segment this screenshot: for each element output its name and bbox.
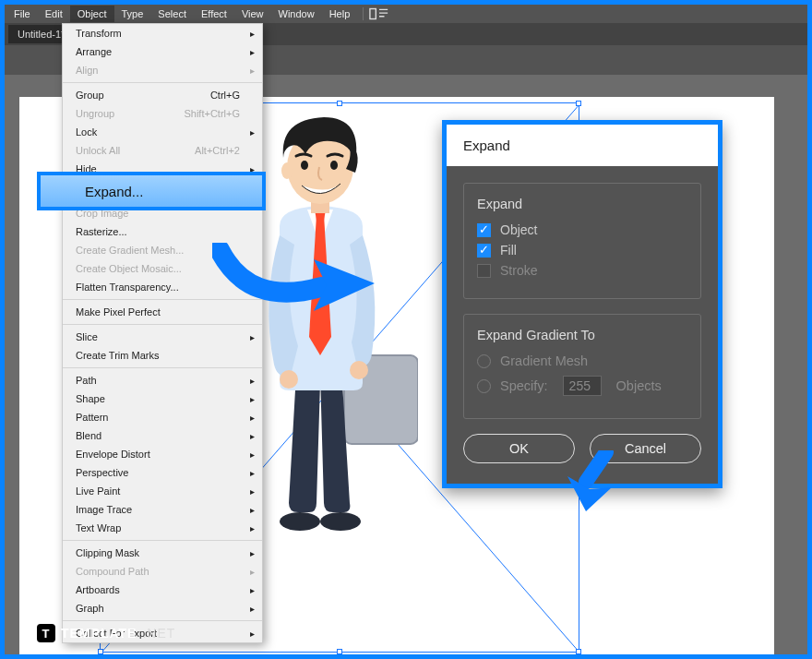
menu-bar: File Edit Object Type Select Effect View… — [5, 5, 807, 23]
menu-item-transform[interactable]: Transform▸ — [63, 24, 262, 42]
annotation-arrow-icon — [566, 450, 621, 513]
watermark: T TEMPLATE.NET — [37, 624, 175, 642]
svg-point-11 — [281, 162, 293, 179]
menu-item-effect[interactable]: Effect — [194, 6, 234, 22]
checkbox-icon — [477, 223, 491, 237]
expand-group-label: Expand — [477, 197, 687, 211]
radio-icon — [477, 379, 491, 393]
checkbox-icon — [477, 244, 491, 258]
radio-gradient-mesh: Gradient Mesh — [477, 353, 687, 368]
gradient-group-label: Expand Gradient To — [477, 328, 687, 342]
expand-group: Expand Object Fill Stroke — [463, 183, 701, 299]
menu-item-arrange[interactable]: Arrange▸ — [63, 42, 262, 61]
svg-point-7 — [280, 370, 298, 389]
menu-item-group[interactable]: GroupCtrl+G — [63, 86, 262, 104]
menu-item-object[interactable]: Object — [70, 6, 114, 22]
svg-point-5 — [280, 512, 320, 531]
menu-item-edit[interactable]: Edit — [38, 6, 70, 22]
menu-item-view[interactable]: View — [234, 6, 271, 22]
svg-point-8 — [350, 361, 368, 379]
menu-item-graph[interactable]: Graph▸ — [63, 599, 262, 617]
dialog-title: Expand — [447, 125, 718, 166]
menu-item-window[interactable]: Window — [271, 6, 322, 22]
svg-point-12 — [301, 161, 308, 170]
menu-item-compound-path: Compound Path▸ — [63, 562, 262, 581]
svg-point-13 — [330, 161, 338, 170]
checkbox-stroke: Stroke — [477, 263, 687, 278]
menu-item-align: Align▸ — [63, 61, 262, 79]
menu-item-select[interactable]: Select — [150, 6, 194, 22]
watermark-suffix: .NET — [142, 626, 175, 641]
ok-button[interactable]: OK — [463, 434, 575, 463]
checkbox-object[interactable]: Object — [477, 222, 687, 237]
menu-item-type[interactable]: Type — [114, 6, 151, 22]
radio-icon — [477, 354, 491, 368]
expand-dialog: Expand Expand Object Fill Stroke Expand … — [442, 120, 722, 488]
menu-item-clipping-mask[interactable]: Clipping Mask▸ — [63, 544, 262, 562]
watermark-icon: T — [37, 624, 55, 642]
menu-item-artboards[interactable]: Artboards▸ — [63, 581, 262, 599]
radio-specify: Specify: 255 Objects — [477, 376, 687, 396]
svg-point-6 — [320, 512, 361, 531]
expand-menu-label: Expand... — [85, 184, 143, 199]
document-setup-icon[interactable] — [369, 7, 389, 20]
svg-rect-0 — [370, 9, 376, 19]
checkbox-fill[interactable]: Fill — [477, 243, 687, 258]
menu-item-help[interactable]: Help — [322, 6, 358, 22]
expand-gradient-group: Expand Gradient To Gradient Mesh Specify… — [463, 314, 701, 419]
annotation-arrow-icon — [212, 243, 378, 318]
watermark-brand: TEMPLATE — [61, 626, 137, 641]
chevron-right-icon: ▸ — [250, 29, 255, 39]
specify-value-input: 255 — [563, 376, 602, 396]
expand-menu-highlight[interactable]: Expand... — [37, 172, 266, 210]
menubar-separator — [363, 7, 364, 20]
checkbox-icon — [477, 264, 491, 278]
menu-item-file[interactable]: File — [6, 6, 38, 22]
